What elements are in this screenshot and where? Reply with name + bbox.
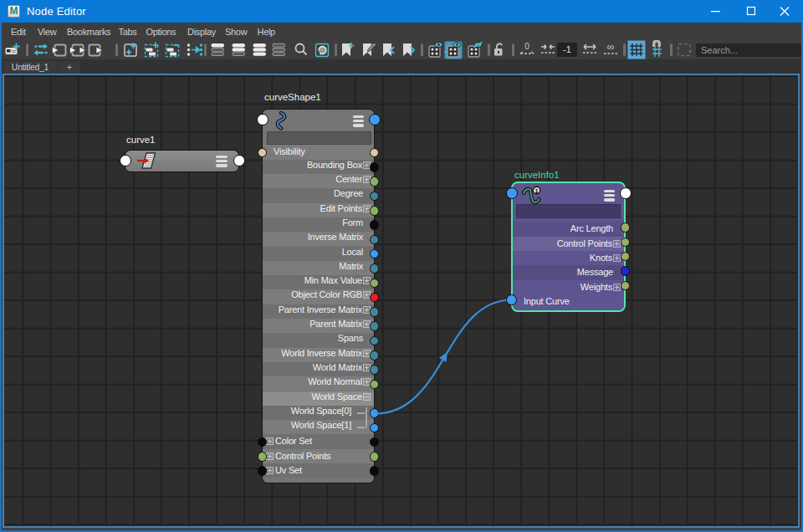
- svg-text:∞: ∞: [607, 41, 615, 53]
- svg-text:1: 1: [534, 187, 539, 195]
- svg-text:0: 0: [525, 42, 530, 51]
